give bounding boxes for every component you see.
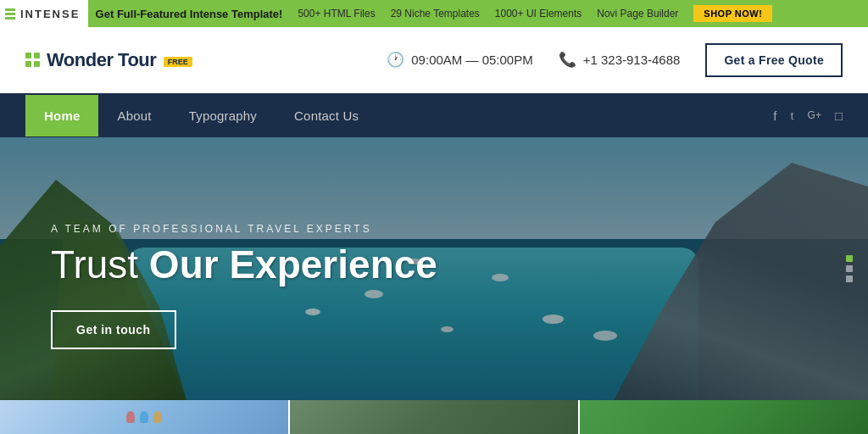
business-hours: 🕐 09:00AM — 05:00PM — [387, 51, 532, 69]
nav-link-typography[interactable]: Typography — [170, 95, 275, 136]
promo-detail-4: Novi Page Builder — [597, 8, 678, 19]
side-dot-1[interactable] — [846, 255, 853, 262]
strip-palm — [580, 400, 868, 434]
hero-content: A TEAM OF PROFESSIONAL TRAVEL EXPERTS Tr… — [51, 223, 437, 349]
hero-title: Trust Our Experience — [51, 243, 437, 287]
side-dot-3[interactable] — [846, 275, 853, 282]
clock-icon: 🕐 — [387, 51, 404, 69]
hero-side-nav — [846, 255, 853, 282]
hours-text: 09:00AM — 05:00PM — [411, 53, 532, 67]
promo-detail-3: 1000+ UI Elements — [495, 8, 581, 19]
navbar: Home About Typography Contact Us f t G+ … — [0, 93, 868, 137]
social-links: f t G+ □ — [773, 108, 843, 123]
logo-text: Wonder Tour — [47, 49, 156, 70]
google-plus-icon[interactable]: G+ — [808, 109, 821, 121]
hero-section: A TEAM OF PROFESSIONAL TRAVEL EXPERTS Tr… — [0, 137, 868, 400]
promo-detail-1: 500+ HTML Files — [298, 8, 375, 19]
hero-subtitle: A TEAM OF PROFESSIONAL TRAVEL EXPERTS — [51, 223, 437, 235]
nav-link-about[interactable]: About — [98, 95, 170, 136]
top-banner: INTENSE Get Full-Featured Intense Templa… — [0, 0, 868, 27]
intense-icon — [5, 8, 15, 19]
nav-link-home[interactable]: Home — [25, 95, 98, 136]
logo-text-container: Wonder Tour FREE — [47, 49, 192, 71]
nav-links: Home About Typography Contact Us — [25, 95, 377, 136]
nav-link-contact[interactable]: Contact Us — [275, 95, 377, 136]
twitter-icon[interactable]: t — [790, 108, 793, 123]
phone-number: 📞 +1 323-913-4688 — [559, 51, 681, 69]
instagram-icon[interactable]: □ — [835, 108, 843, 123]
promo-main-text: Get Full-Featured Intense Template! — [96, 8, 283, 20]
side-dot-2[interactable] — [846, 265, 853, 272]
header-contact: 🕐 09:00AM — 05:00PM 📞 +1 323-913-4688 Ge… — [387, 43, 843, 77]
banner-content: Get Full-Featured Intense Template! 500+… — [14, 5, 854, 22]
intense-brand-name: INTENSE — [20, 8, 80, 20]
logo-free-badge: FREE — [164, 57, 192, 67]
logo-icon — [25, 53, 40, 67]
strip-balloons — [0, 400, 288, 434]
promo-detail-2: 29 Niche Templates — [391, 8, 480, 19]
get-quote-button[interactable]: Get a Free Quote — [705, 43, 843, 77]
phone-icon: 📞 — [559, 51, 576, 69]
intense-brand: INTENSE — [0, 0, 88, 27]
hero-title-bold: Our Experience — [149, 242, 437, 287]
logo-area: Wonder Tour FREE — [25, 49, 192, 71]
shop-now-button[interactable]: SHOP NOW! — [693, 5, 772, 22]
header: Wonder Tour FREE 🕐 09:00AM — 05:00PM 📞 +… — [0, 27, 868, 93]
phone-text: +1 323-913-4688 — [583, 53, 681, 67]
hero-cta-button[interactable]: Get in touch — [51, 310, 176, 349]
bottom-preview-strip — [0, 400, 868, 434]
hero-title-light: Trust — [51, 242, 149, 287]
strip-mountains — [288, 400, 580, 434]
facebook-icon[interactable]: f — [773, 108, 776, 123]
